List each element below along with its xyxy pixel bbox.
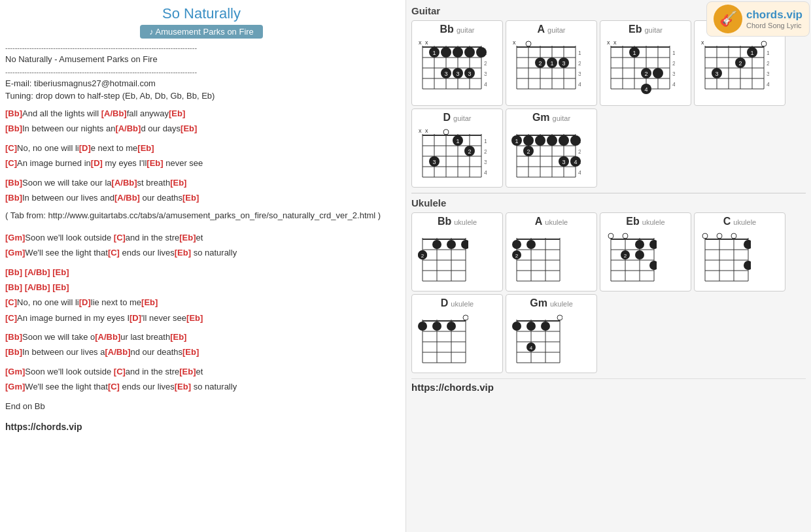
chord-card-a-ukulele[interactable]: A ukulele 1fr 2fr 3fr 4fr bbox=[506, 212, 597, 291]
chord-ABb-1[interactable]: [A/Bb] bbox=[101, 108, 127, 118]
chord-C-4[interactable]: [C] bbox=[108, 248, 120, 258]
guitar-chords-row2: D guitar x x bbox=[411, 108, 806, 188]
chord-Bb-5[interactable]: [Bb] bbox=[5, 267, 22, 277]
chord-Bb-6[interactable]: [Bb] bbox=[5, 282, 22, 292]
svg-point-77 bbox=[761, 41, 767, 46]
chord-card-d-ukulele[interactable]: D ukulele 1fr 2fr 3fr bbox=[411, 294, 503, 373]
chord-C-1[interactable]: [C] bbox=[5, 143, 17, 153]
chord-Eb-11[interactable]: [Eb] bbox=[141, 297, 158, 307]
svg-point-184 bbox=[526, 240, 536, 249]
chord-C-2[interactable]: [C] bbox=[5, 158, 17, 168]
svg-text:1: 1 bbox=[550, 60, 553, 67]
chord-card-bb-guitar[interactable]: Bb guitar x x bbox=[411, 20, 503, 106]
song-title-area: So Naturally ♪ Amusement Parks on Fire bbox=[5, 5, 398, 39]
chord-Eb-14[interactable]: [Eb] bbox=[182, 347, 199, 357]
svg-text:3: 3 bbox=[562, 159, 565, 165]
ukulele-chords-row2: D ukulele 1fr 2fr 3fr bbox=[411, 294, 806, 373]
chord-Bb-8[interactable]: [Bb] bbox=[5, 347, 22, 357]
chord-card-a-guitar[interactable]: A guitar x 1fr bbox=[506, 20, 597, 106]
chord-Eb-1[interactable]: [Eb] bbox=[169, 108, 185, 118]
chord-ABb-2[interactable]: [A/Bb] bbox=[115, 124, 141, 133]
svg-text:1fr: 1fr bbox=[484, 138, 487, 144]
chord-Bb-7[interactable]: [Bb] bbox=[5, 332, 22, 342]
tab-credit: ( Tab from: http://www.guitartabs.cc/tab… bbox=[5, 208, 398, 223]
chord-ABb-8[interactable]: [A/Bb] bbox=[105, 347, 130, 357]
artist-badge[interactable]: ♪ Amusement Parks on Fire bbox=[140, 25, 263, 39]
svg-text:1: 1 bbox=[456, 138, 459, 144]
chord-C-5[interactable]: [C] bbox=[5, 297, 17, 307]
divider-1: ----------------------------------------… bbox=[5, 44, 398, 52]
chord-name-d: D bbox=[443, 112, 451, 124]
chord-D-4[interactable]: [D] bbox=[129, 313, 141, 323]
svg-text:2: 2 bbox=[421, 253, 424, 259]
chord-Eb-15[interactable]: [Eb] bbox=[179, 367, 196, 376]
chord-C-6[interactable]: [C] bbox=[5, 313, 17, 323]
artist-name: Amusement Parks on Fire bbox=[156, 27, 254, 37]
chord-card-bb-ukulele[interactable]: Bb ukulele 1fr 2fr 3fr 4fr bbox=[411, 212, 503, 291]
chord-ABb-7[interactable]: [A/Bb] bbox=[95, 332, 120, 342]
chord-Gm-4[interactable]: [Gm] bbox=[5, 382, 25, 391]
chord-C-7[interactable]: [C] bbox=[114, 367, 126, 376]
chord-card-gm-guitar[interactable]: Gm guitar 1fr 2fr 3fr bbox=[506, 108, 597, 188]
svg-text:4fr: 4fr bbox=[578, 81, 581, 88]
svg-point-210 bbox=[731, 233, 736, 239]
chord-Eb-3[interactable]: [Eb] bbox=[137, 143, 154, 153]
svg-point-21 bbox=[464, 47, 475, 58]
chord-Bb-3[interactable]: [Bb] bbox=[5, 178, 22, 188]
chord-Bb-2[interactable]: [Bb] bbox=[5, 124, 22, 133]
uke-diagram-a: 1fr 2fr 3fr 4fr 2 bbox=[510, 227, 562, 286]
svg-text:2fr: 2fr bbox=[578, 148, 581, 155]
svg-point-257 bbox=[512, 322, 521, 331]
chord-Eb-2[interactable]: [Eb] bbox=[181, 124, 197, 133]
svg-point-208 bbox=[702, 233, 708, 239]
chord-Eb-10[interactable]: [Eb] bbox=[52, 282, 69, 292]
chord-name-a: A bbox=[537, 24, 545, 35]
chord-Eb-7[interactable]: [Eb] bbox=[179, 233, 196, 242]
chord-Eb-12[interactable]: [Eb] bbox=[186, 313, 203, 323]
chord-card-eb-guitar[interactable]: Eb guitar x x 1fr bbox=[600, 20, 691, 106]
svg-text:1fr: 1fr bbox=[767, 50, 769, 56]
uke-chord-type-c: ukulele bbox=[733, 218, 756, 226]
chord-Gm-2[interactable]: [Gm] bbox=[5, 248, 25, 258]
svg-point-142 bbox=[547, 135, 557, 146]
chord-D-2[interactable]: [D] bbox=[91, 158, 103, 168]
chord-D-1[interactable]: [D] bbox=[79, 143, 91, 153]
uke-diagram-bb: 1fr 2fr 3fr 4fr 2 bbox=[416, 227, 468, 286]
svg-point-167 bbox=[461, 240, 468, 249]
chord-name-gm: Gm bbox=[532, 112, 550, 124]
chord-card-eb-ukulele[interactable]: Eb ukulele 1fr 2fr 3f bbox=[600, 212, 691, 291]
chord-Gm-3[interactable]: [Gm] bbox=[5, 367, 25, 376]
chord-ABb-6[interactable]: [A/Bb] bbox=[25, 282, 50, 292]
chord-only-line: [Bb] [A/Bb] [Eb] bbox=[5, 280, 398, 295]
chord-D-3[interactable]: [D] bbox=[79, 297, 91, 307]
svg-text:1: 1 bbox=[432, 50, 436, 56]
chord-Eb-13[interactable]: [Eb] bbox=[170, 332, 186, 342]
chord-card-c-ukulele[interactable]: C ukulele 1fr 2fr bbox=[694, 212, 785, 291]
svg-point-140 bbox=[523, 135, 534, 146]
chord-Bb-1[interactable]: [Bb] bbox=[5, 108, 22, 118]
chord-ABb-3[interactable]: [A/Bb] bbox=[112, 178, 137, 188]
chord-card-d-guitar[interactable]: D guitar x x bbox=[411, 108, 503, 188]
chord-Gm-1[interactable]: [Gm] bbox=[5, 233, 25, 242]
chord-C-8[interactable]: [C] bbox=[108, 382, 120, 391]
chord-C-3[interactable]: [C] bbox=[114, 233, 126, 242]
svg-point-187 bbox=[608, 233, 613, 239]
chord-Eb-16[interactable]: [Eb] bbox=[175, 382, 191, 391]
chord-type-a: guitar bbox=[547, 26, 566, 34]
chord-ABb-5[interactable]: [A/Bb] bbox=[25, 267, 50, 277]
chord-diagram-gm-guitar: 1fr 2fr 3fr 4fr 1 2 3 bbox=[510, 124, 581, 182]
chord-only-line: [Bb] [A/Bb] [Eb] bbox=[5, 265, 398, 280]
logo-title: chords.vip bbox=[746, 8, 802, 22]
chord-Eb-4[interactable]: [Eb] bbox=[147, 158, 163, 168]
chord-card-gm-ukulele[interactable]: Gm ukulele 1fr 2fr 3fr bbox=[506, 294, 597, 373]
chord-Eb-9[interactable]: [Eb] bbox=[52, 267, 69, 277]
chord-Eb-8[interactable]: [Eb] bbox=[175, 248, 191, 258]
uke-chord-name-eb: Eb bbox=[626, 216, 639, 227]
chord-Bb-4[interactable]: [Bb] bbox=[5, 193, 22, 203]
chord-Eb-5[interactable]: [Eb] bbox=[170, 178, 186, 188]
svg-text:3fr: 3fr bbox=[578, 71, 581, 77]
chord-ABb-4[interactable]: [A/Bb] bbox=[114, 193, 140, 203]
svg-text:1fr: 1fr bbox=[578, 50, 581, 56]
bottom-site-url: https://chords.vip bbox=[411, 378, 806, 395]
chord-Eb-6[interactable]: [Eb] bbox=[182, 193, 199, 203]
